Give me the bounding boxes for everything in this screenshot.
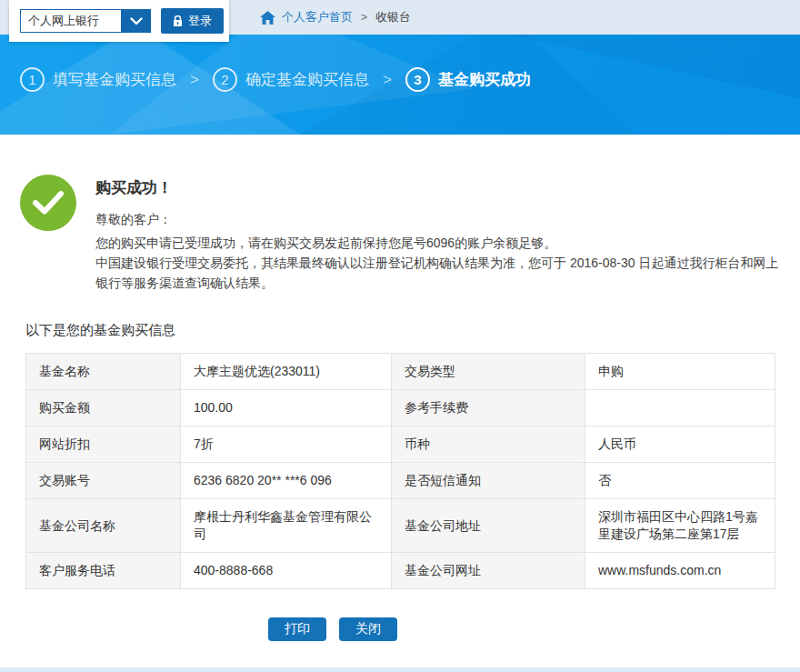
purchase-info-table-body: 基金名称大摩主题优选(233011)交易类型申购购买金额100.00参考手续费网… — [26, 354, 775, 589]
info-table-row: 网站折扣7折币种人民币 — [26, 426, 775, 463]
info-value-cell: 大摩主题优选(233011) — [181, 354, 392, 390]
login-button[interactable]: 登录 — [161, 8, 224, 34]
info-label-cell: 交易账号 — [26, 463, 181, 499]
result-line-2: 中国建设银行受理交易委托，其结果最终确认以注册登记机构确认结果为准，您可于 20… — [95, 253, 788, 293]
info-label-cell: 币种 — [392, 426, 585, 463]
info-value-cell: 申购 — [585, 354, 775, 390]
info-table-row: 客户服务电话400-8888-668基金公司网址www.msfunds.com.… — [26, 553, 775, 589]
info-value-cell: 100.00 — [181, 390, 392, 426]
info-label-cell: 网站折扣 — [26, 426, 181, 463]
info-value-cell: 400-8888-668 — [181, 553, 392, 589]
channel-dropdown[interactable]: 个人网上银行 — [20, 9, 151, 33]
breadcrumb-current: 收银台 — [375, 9, 411, 25]
success-check-icon — [20, 175, 76, 231]
info-value-cell — [585, 390, 775, 426]
info-label-cell: 是否短信通知 — [392, 463, 585, 499]
breadcrumb-separator: > — [361, 11, 367, 24]
channel-dropdown-value[interactable]: 个人网上银行 — [20, 9, 121, 33]
login-panel: 个人网上银行 登录 — [9, 0, 229, 42]
info-label-cell: 基金公司名称 — [26, 499, 181, 553]
step-3-label: 基金购买成功 — [438, 69, 531, 90]
step-2-confirm-info: 2 确定基金购买信息 — [213, 67, 369, 92]
step-2-label: 确定基金购买信息 — [245, 69, 369, 90]
result-salutation: 尊敬的客户： — [95, 209, 788, 229]
step-separator-icon: > — [190, 71, 199, 89]
purchase-info-table: 基金名称大摩主题优选(233011)交易类型申购购买金额100.00参考手续费网… — [25, 353, 775, 589]
info-label-cell: 参考手续费 — [392, 390, 585, 426]
info-value-cell: www.msfunds.com.cn — [585, 553, 775, 589]
step-3-success: 3 基金购买成功 — [405, 67, 531, 92]
info-label-cell: 基金名称 — [26, 354, 181, 390]
info-value-cell: 7折 — [181, 426, 392, 463]
info-value-cell: 否 — [585, 463, 775, 499]
login-button-label: 登录 — [188, 13, 212, 29]
info-value-cell: 深圳市福田区中心四路1号嘉里建设广场第二座第17层 — [585, 499, 775, 553]
info-label-cell: 购买金额 — [26, 390, 181, 426]
info-table-row: 基金公司名称摩根士丹利华鑫基金管理有限公司基金公司地址深圳市福田区中心四路1号嘉… — [26, 499, 775, 553]
purchase-info-section: 以下是您的基金购买信息 基金名称大摩主题优选(233011)交易类型申购购买金额… — [0, 322, 800, 641]
result-section: 购买成功！ 尊敬的客户： 您的购买申请已受理成功，请在购买交易发起前保持您尾号6… — [0, 135, 800, 293]
top-bar: 个人网上银行 登录 个人客户首页 > 收银台 — [0, 0, 800, 35]
info-value-cell: 摩根士丹利华鑫基金管理有限公司 — [181, 499, 392, 553]
step-separator-icon: > — [383, 71, 392, 89]
result-title: 购买成功！ — [95, 177, 788, 198]
purchase-steps: 1 填写基金购买信息 > 2 确定基金购买信息 > 3 基金购买成功 — [20, 67, 531, 92]
home-icon — [260, 11, 275, 25]
result-text: 购买成功！ 尊敬的客户： 您的购买申请已受理成功，请在购买交易发起前保持您尾号6… — [95, 175, 788, 293]
breadcrumb: 个人客户首页 > 收银台 — [260, 0, 411, 35]
step-3-number: 3 — [405, 67, 430, 92]
breadcrumb-home-label: 个人客户首页 — [282, 9, 353, 25]
info-table-row: 基金名称大摩主题优选(233011)交易类型申购 — [26, 354, 775, 390]
action-buttons: 打印 关闭 — [0, 617, 707, 641]
lock-icon — [173, 15, 183, 27]
chevron-down-icon[interactable] — [121, 9, 151, 33]
print-button[interactable]: 打印 — [268, 617, 326, 641]
footer-strip — [0, 667, 800, 672]
info-label-cell: 交易类型 — [392, 354, 585, 390]
info-label-cell: 基金公司地址 — [392, 499, 585, 553]
info-table-row: 交易账号6236 6820 20** ***6 096是否短信通知否 — [26, 463, 775, 499]
step-1-label: 填写基金购买信息 — [53, 69, 176, 90]
step-2-number: 2 — [213, 67, 237, 92]
purchase-info-title: 以下是您的基金购买信息 — [25, 322, 775, 339]
result-line-1: 您的购买申请已受理成功，请在购买交易发起前保持您尾号6096的账户余额足够。 — [95, 233, 788, 253]
step-1-fill-info: 1 填写基金购买信息 — [20, 67, 176, 92]
info-table-row: 购买金额100.00参考手续费 — [26, 390, 775, 426]
close-button[interactable]: 关闭 — [339, 617, 397, 641]
info-value-cell: 6236 6820 20** ***6 096 — [181, 463, 392, 499]
step-banner: 1 填写基金购买信息 > 2 确定基金购买信息 > 3 基金购买成功 — [0, 35, 800, 135]
step-1-number: 1 — [20, 67, 45, 92]
info-value-cell: 人民币 — [585, 426, 775, 463]
info-label-cell: 客户服务电话 — [26, 553, 181, 589]
info-label-cell: 基金公司网址 — [392, 553, 585, 589]
breadcrumb-home-link[interactable]: 个人客户首页 — [260, 9, 353, 25]
